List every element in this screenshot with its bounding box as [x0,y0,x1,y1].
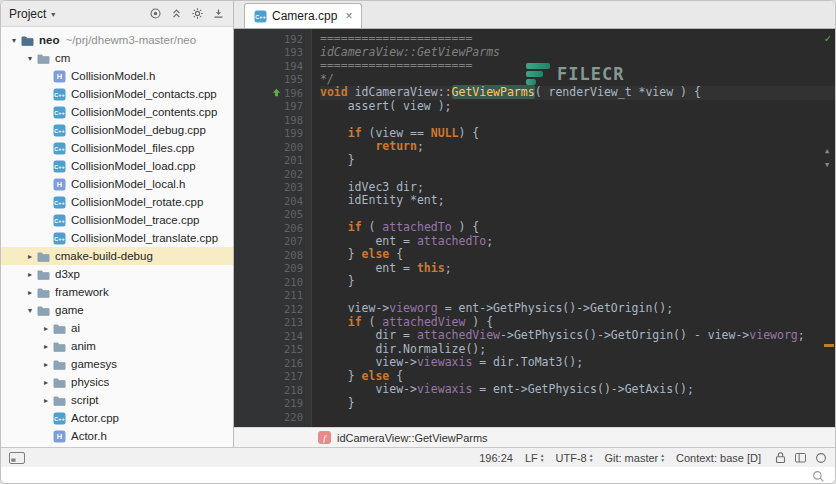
code-line-193: idCameraView::GetViewParms [320,46,835,60]
tree-item-gamesys[interactable]: ▸gamesys [1,355,233,373]
tree-item-actor-cpp[interactable]: C++Actor.cpp [1,409,233,427]
tree-item-label: neo [39,34,59,46]
line-number[interactable]: 194 [234,59,311,73]
project-dropdown-icon[interactable]: ▾ [51,10,55,19]
warning-stripe-mark[interactable] [824,344,834,347]
line-number[interactable]: 199 [234,127,311,141]
settings-gear-icon[interactable] [190,7,204,21]
line-number[interactable]: 192 [234,32,311,46]
chevron-collapsed-icon[interactable]: ▸ [23,252,37,261]
line-number[interactable]: 210 [234,275,311,289]
line-number[interactable]: 213 [234,316,311,330]
code-line-208: } else { [320,248,835,262]
line-number[interactable]: 218 [234,383,311,397]
hide-panel-icon[interactable] [211,7,225,21]
line-number[interactable]: 215 [234,343,311,357]
line-number[interactable]: 203 [234,181,311,195]
layout-icon[interactable] [794,451,807,464]
tree-item-script[interactable]: ▸script [1,391,233,409]
chevron-collapsed-icon[interactable]: ▸ [23,288,37,297]
line-number[interactable]: 196 [234,86,311,100]
scrollbar-down-icon[interactable]: ▼ [821,161,833,169]
tree-item-collisionmodel-rotate-cpp[interactable]: C++CollisionModel_rotate.cpp [1,193,233,211]
caret-position[interactable]: 196:24 [479,452,513,464]
line-number[interactable]: 195 [234,73,311,87]
line-number[interactable]: 216 [234,356,311,370]
tree-item-collisionmodel-trace-cpp[interactable]: C++CollisionModel_trace.cpp [1,211,233,229]
tree-item-collisionmodel-load-cpp[interactable]: C++CollisionModel_load.cpp [1,157,233,175]
line-number[interactable]: 198 [234,113,311,127]
chevron-collapsed-icon[interactable]: ▸ [39,396,53,405]
line-number[interactable]: 200 [234,140,311,154]
git-branch-selector[interactable]: Git: master▴▾ [604,452,664,464]
line-number[interactable]: 207 [234,235,311,249]
context-widget[interactable]: Context: base [D] [676,452,761,464]
chevron-expanded-icon[interactable]: ▾ [23,54,37,63]
breadcrumb-method[interactable]: idCameraView::GetViewParms [337,432,488,444]
chevron-expanded-icon[interactable]: ▾ [7,36,21,45]
tab-close-icon[interactable]: × [345,9,352,23]
tab-camera-cpp[interactable]: C++ Camera.cpp × [244,3,362,28]
tree-item-collisionmodel-local-h[interactable]: HCollisionModel_local.h [1,175,233,193]
encoding-selector[interactable]: UTF-8▴▾ [556,452,593,464]
line-separator-selector[interactable]: LF▴▾ [525,452,544,464]
project-tree[interactable]: ▾neo~/prj/dhewm3-master/neo▾cmHCollision… [1,27,233,443]
tree-item-physics[interactable]: ▸physics [1,373,233,391]
line-number[interactable]: 201 [234,154,311,168]
toolwindow-toggle-icon[interactable] [9,452,25,464]
tree-item-collisionmodel-translate-cpp[interactable]: C++CollisionModel_translate.cpp [1,229,233,247]
code-line-205 [320,208,835,222]
code-line-192: ====================== [320,32,835,46]
editor-gutter[interactable]: 1921931941951961971981992002012022032042… [234,29,312,427]
tree-item-collisionmodel-debug-cpp[interactable]: C++CollisionModel_debug.cpp [1,121,233,139]
tree-item-cm[interactable]: ▾cm [1,49,233,67]
line-number[interactable]: 204 [234,194,311,208]
locate-icon[interactable] [148,7,162,21]
code-line-200: return; [320,140,835,154]
line-number[interactable]: 211 [234,289,311,303]
tree-item-ai[interactable]: ▸ai [1,319,233,337]
line-number[interactable]: 209 [234,262,311,276]
line-number[interactable]: 193 [234,46,311,60]
chevron-collapsed-icon[interactable]: ▸ [39,378,53,387]
line-number[interactable]: 197 [234,100,311,114]
lock-icon[interactable] [775,451,786,464]
collapse-all-icon[interactable] [169,7,183,21]
tree-item-label: cm [55,52,70,64]
chevron-collapsed-icon[interactable]: ▸ [23,270,37,279]
line-number[interactable]: 220 [234,410,311,424]
scrollbar-up-icon[interactable]: ▲ [821,147,833,155]
chevron-collapsed-icon[interactable]: ▸ [39,342,53,351]
tree-item-collisionmodel-h[interactable]: HCollisionModel.h [1,67,233,85]
status-bar-icons [775,451,827,464]
chevron-expanded-icon[interactable]: ▾ [23,306,37,315]
line-number[interactable]: 206 [234,221,311,235]
tree-item-actor-h[interactable]: HActor.h [1,427,233,443]
tree-item-anim[interactable]: ▸anim [1,337,233,355]
line-number[interactable]: 219 [234,397,311,411]
panel-header-icons [148,7,225,21]
project-panel-title[interactable]: Project [9,7,46,21]
tree-item-neo[interactable]: ▾neo~/prj/dhewm3-master/neo [1,31,233,49]
indicator-circle-icon[interactable] [815,452,827,464]
code-editor[interactable]: 1921931941951961971981992002012022032042… [234,29,835,427]
chevron-collapsed-icon[interactable]: ▸ [39,324,53,333]
editor-code[interactable]: ======================idCameraView::GetV… [312,29,835,427]
line-number[interactable]: 205 [234,208,311,222]
line-number[interactable]: 214 [234,329,311,343]
line-number[interactable]: 212 [234,302,311,316]
method-marker-icon[interactable] [272,88,281,97]
inspection-check-icon[interactable]: ✓ [824,32,831,45]
tree-item-collisionmodel-contents-cpp[interactable]: C++CollisionModel_contents.cpp [1,103,233,121]
line-number[interactable]: 202 [234,167,311,181]
tree-item-cmake-build-debug[interactable]: ▸cmake-build-debug [1,247,233,265]
tree-item-hint: ~/prj/dhewm3-master/neo [65,34,196,46]
tree-item-collisionmodel-contacts-cpp[interactable]: C++CollisionModel_contacts.cpp [1,85,233,103]
tree-item-game[interactable]: ▾game [1,301,233,319]
tree-item-framework[interactable]: ▸framework [1,283,233,301]
line-number[interactable]: 208 [234,248,311,262]
tree-item-d3xp[interactable]: ▸d3xp [1,265,233,283]
chevron-collapsed-icon[interactable]: ▸ [39,360,53,369]
tree-item-collisionmodel-files-cpp[interactable]: C++CollisionModel_files.cpp [1,139,233,157]
line-number[interactable]: 217 [234,370,311,384]
